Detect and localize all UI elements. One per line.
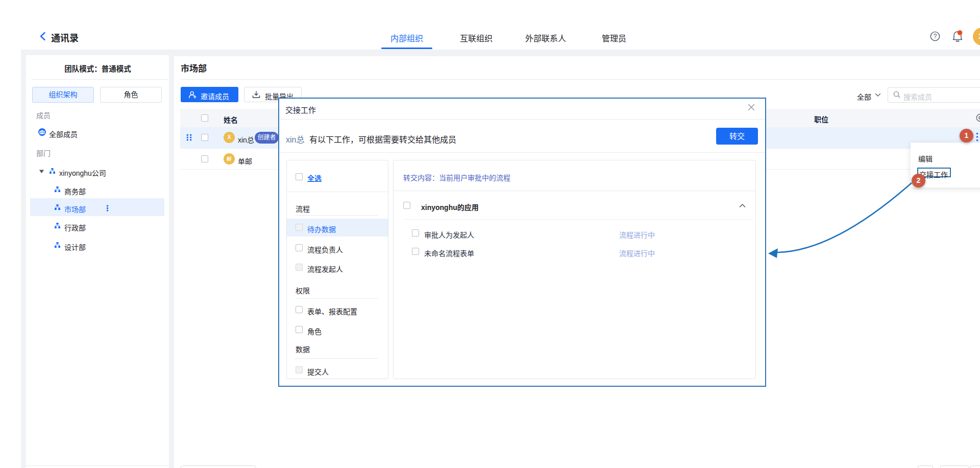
svg-text:?: ? (934, 33, 937, 40)
